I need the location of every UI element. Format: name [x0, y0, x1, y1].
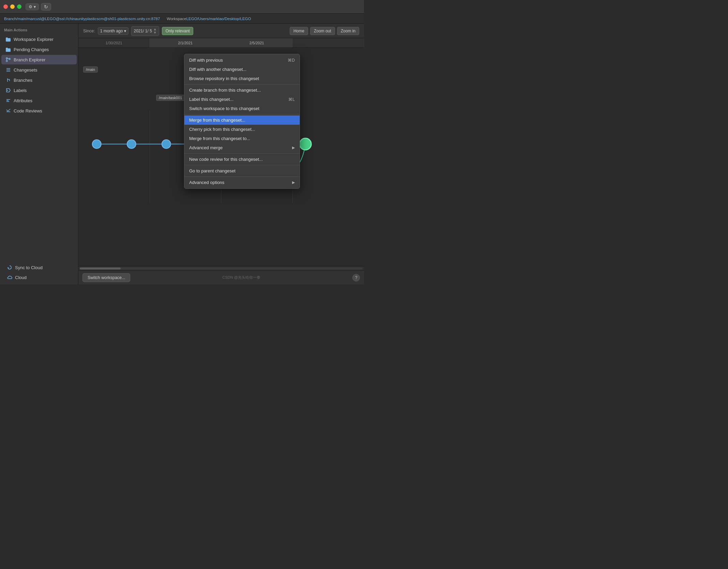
- menu-item-label: Label this changeset...: [189, 97, 233, 102]
- svg-point-5: [6, 60, 7, 62]
- sync-icon: [7, 265, 12, 270]
- sidebar-item-branch-explorer[interactable]: Branch Explorer: [1, 55, 77, 64]
- branch-at2: @: [56, 17, 60, 21]
- sidebar-item-cloud[interactable]: Cloud: [3, 273, 75, 282]
- since-dropdown[interactable]: 1 month ago ▾: [98, 27, 129, 35]
- menu-item-diff-previous[interactable]: Diff with previous ⌘D: [184, 56, 300, 65]
- traffic-lights: [3, 4, 21, 9]
- menu-item-create-branch[interactable]: Create branch from this changeset...: [184, 86, 300, 95]
- sidebar-item-label: Labels: [14, 88, 27, 93]
- minimize-button[interactable]: [10, 4, 15, 9]
- menu-item-label: Advanced options: [189, 180, 224, 185]
- menu-item-merge-from-to[interactable]: Merge from this changeset to...: [184, 134, 300, 143]
- sidebar-bottom: Sync to Cloud Cloud: [0, 260, 78, 284]
- menu-separator-4: [184, 165, 300, 165]
- settings-button[interactable]: ⚙ ▾: [26, 3, 39, 10]
- toolbar-right: Home Zoom out Zoom in: [290, 27, 359, 35]
- graph-dates: 1/30/2021 2/1/2021 2/5/2021: [78, 38, 364, 48]
- date-value: 2021/ 1/ 5: [134, 29, 152, 33]
- context-menu: Diff with previous ⌘D Diff with another …: [184, 54, 300, 189]
- svg-rect-1: [6, 37, 8, 39]
- menu-item-switch-workspace[interactable]: Switch workspace to this changeset: [184, 104, 300, 113]
- menu-item-label: Advanced merge: [189, 145, 223, 150]
- menu-item-advanced-options[interactable]: Advanced options ▶: [184, 178, 300, 187]
- pending-folder-icon: [5, 47, 11, 52]
- since-dropdown-value: 1 month ago: [100, 29, 123, 33]
- watermark: CSDN @光头给你一拳: [223, 275, 260, 280]
- sidebar-item-label: Branch Explorer: [14, 57, 45, 62]
- workspace-path: /Users/marklao/Desktop/LEGO: [197, 17, 251, 21]
- folder-icon: [5, 36, 11, 42]
- sidebar-item-sync-to-cloud[interactable]: Sync to Cloud: [3, 263, 75, 272]
- scrollbar-track: [80, 267, 363, 270]
- sidebar-item-label: Pending Changes: [14, 47, 49, 52]
- titlebar: ⚙ ▾ ↻: [0, 0, 364, 14]
- date-col-2: 2/1/2021: [150, 38, 222, 47]
- sidebar: Main Actions Workspace Explorer Pending …: [0, 24, 78, 284]
- menu-item-diff-another[interactable]: Diff with another changeset...: [184, 65, 300, 74]
- refresh-button[interactable]: ↻: [41, 3, 51, 11]
- main-actions-label: Main Actions: [0, 27, 78, 34]
- switch-workspace-button[interactable]: Switch workspace...: [82, 273, 130, 282]
- menu-item-label: Merge from this changeset to...: [189, 136, 250, 141]
- menu-separator-2: [184, 114, 300, 114]
- sidebar-item-code-reviews[interactable]: Code Reviews: [1, 106, 77, 116]
- sidebar-item-label: Sync to Cloud: [15, 265, 43, 270]
- gear-icon: ⚙: [29, 4, 32, 9]
- sidebar-item-workspace-explorer[interactable]: Workspace Explorer: [1, 34, 77, 44]
- svg-point-24: [127, 140, 136, 149]
- code-reviews-icon: [5, 108, 11, 113]
- menu-item-label: Cherry pick from this changeset...: [189, 127, 255, 132]
- sidebar-item-labels[interactable]: Labels: [1, 86, 77, 95]
- sidebar-item-label: Workspace Explorer: [14, 37, 54, 42]
- menu-item-advanced-merge[interactable]: Advanced merge ▶: [184, 143, 300, 152]
- sidebar-item-label: Branches: [14, 78, 32, 83]
- since-label: Since:: [83, 29, 95, 33]
- menu-item-label: Merge from this changeset...: [189, 118, 245, 123]
- main-layout: Main Actions Workspace Explorer Pending …: [0, 24, 364, 284]
- date-spinbox[interactable]: 2021/ 1/ 5 ▲▼: [131, 26, 159, 36]
- menu-item-label: New code review for this changeset...: [189, 157, 263, 162]
- attributes-icon: [5, 98, 11, 103]
- settings-dropdown-arrow: ▾: [34, 4, 36, 9]
- cloud-icon: [7, 275, 12, 280]
- menu-item-label: Create branch from this changeset...: [189, 88, 261, 93]
- close-button[interactable]: [3, 4, 8, 9]
- sidebar-item-pending-changes[interactable]: Pending Changes: [1, 45, 77, 54]
- branch-at1: @: [41, 17, 45, 21]
- svg-point-28: [300, 138, 311, 150]
- svg-rect-3: [6, 48, 8, 49]
- menu-item-go-to-parent[interactable]: Go to parent changeset: [184, 166, 300, 175]
- workspace-label: Workspace: [167, 17, 186, 21]
- menu-item-label-changeset[interactable]: Label this changeset... ⌘L: [184, 95, 300, 104]
- menu-item-merge-from[interactable]: Merge from this changeset...: [184, 116, 300, 125]
- label-icon: [5, 88, 11, 93]
- home-button[interactable]: Home: [290, 27, 308, 35]
- graph-scrollbar[interactable]: [78, 266, 364, 270]
- sidebar-item-label: Changesets: [14, 67, 37, 73]
- menu-item-cherry-pick[interactable]: Cherry pick from this changeset...: [184, 125, 300, 134]
- only-relevant-button[interactable]: Only relevant: [162, 27, 194, 35]
- changesets-icon: [5, 67, 11, 73]
- help-button[interactable]: ?: [352, 274, 360, 281]
- dropdown-arrow-icon: ▾: [124, 29, 126, 33]
- menu-item-label: Browse repository in this changeset: [189, 76, 259, 81]
- zoom-in-button[interactable]: Zoom in: [337, 27, 359, 35]
- sidebar-item-attributes[interactable]: Attributes: [1, 96, 77, 105]
- date-col-3: 2/5/2021: [221, 38, 293, 47]
- branch-path: /main/marcusl: [16, 17, 41, 21]
- sidebar-item-changesets[interactable]: Changesets: [1, 65, 77, 75]
- content-area: Since: 1 month ago ▾ 2021/ 1/ 5 ▲▼ Only …: [78, 24, 364, 284]
- sidebar-item-label: Attributes: [14, 98, 32, 103]
- sidebar-item-label: Code Reviews: [14, 108, 42, 113]
- workspace-name: LEGO: [186, 17, 197, 21]
- sidebar-item-branches[interactable]: Branches: [1, 75, 77, 85]
- menu-separator-3: [184, 153, 300, 154]
- menu-shortcut: ⌘D: [288, 58, 295, 63]
- menu-item-new-code-review[interactable]: New code review for this changeset...: [184, 155, 300, 164]
- branch-url: ssl://chinaunityplasticscm@sh01-plastics…: [60, 17, 160, 21]
- maximize-button[interactable]: [17, 4, 21, 9]
- zoom-out-button[interactable]: Zoom out: [310, 27, 335, 35]
- menu-item-browse-repo[interactable]: Browse repository in this changeset: [184, 74, 300, 83]
- sidebar-item-label: Cloud: [15, 275, 27, 280]
